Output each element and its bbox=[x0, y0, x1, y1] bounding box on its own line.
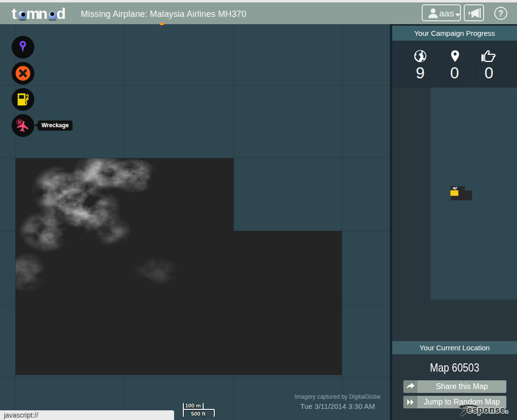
svg-text:500 ft: 500 ft bbox=[191, 411, 206, 417]
svg-text:100 m: 100 m bbox=[185, 403, 201, 408]
